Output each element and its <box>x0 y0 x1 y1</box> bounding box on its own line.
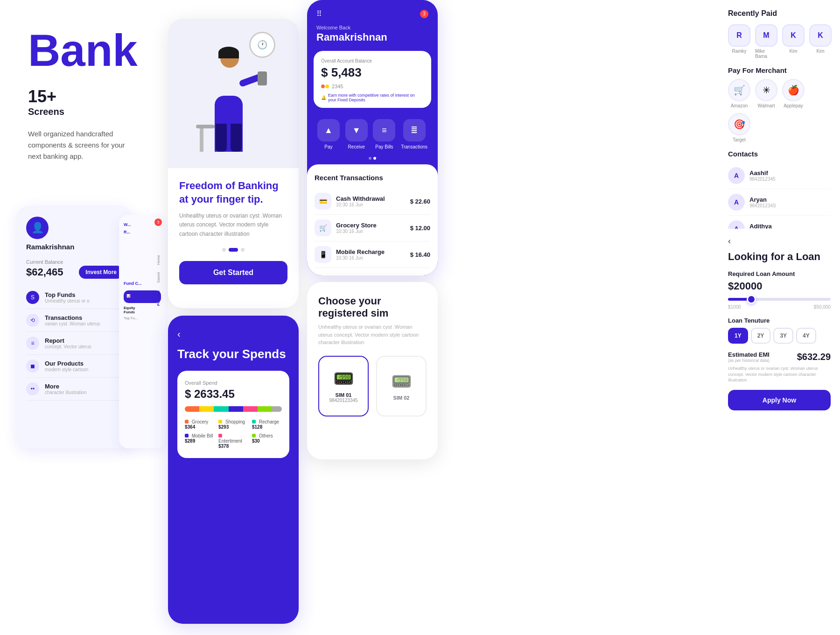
rpaid-avatar-k2: K <box>809 24 832 47</box>
transactions-icon: ≣ <box>403 119 426 141</box>
tab-home[interactable]: Home <box>155 252 162 268</box>
notification-badge[interactable]: 3 <box>420 10 428 18</box>
amazon-icon: 🛒 <box>728 79 750 101</box>
pay-merchant-title: Pay For Merchant <box>728 66 831 74</box>
menu-item-report[interactable]: ≡ Reportconcept. Vector uterus › <box>26 332 123 355</box>
transaction-cash-withdrawal[interactable]: 💳 Cash Withdrawal 10:30 16 Jun $ 22.60 <box>315 188 430 215</box>
sim-02-option[interactable]: 📟 SIM 02 <box>376 356 427 416</box>
back-button-loan[interactable]: ‹ <box>728 236 831 246</box>
contact-avatar-aashif: A <box>728 167 745 184</box>
emi-label: Estimated EMI <box>728 351 770 358</box>
receive-icon: ▼ <box>345 119 368 141</box>
spend-entertainment: Entertiment $378 <box>218 433 248 449</box>
pay-icon: ▲ <box>317 119 340 141</box>
rpaid-kim1[interactable]: K Kim <box>782 24 805 59</box>
contact-aashif[interactable]: A Aashif 9842012345 <box>728 162 831 189</box>
tenure-options: 1Y 2Y 3Y 4Y <box>728 328 831 344</box>
menu-item-products[interactable]: ◼ Our Productsmodern style cartoon › <box>26 355 123 378</box>
apply-loan-button[interactable]: Apply Now <box>728 390 831 410</box>
sim-description: Unhealthy uterus or ovarian cyst .Woman … <box>318 323 427 346</box>
trans-date-mobile: 10:30 16 Jun <box>336 255 385 261</box>
avatar: 👤 <box>26 217 49 239</box>
tab-portfolio[interactable]: Portfolio <box>155 288 162 309</box>
contact-avatar-aryan: A <box>728 194 745 211</box>
spend-bar <box>185 406 282 412</box>
loan-slider[interactable] <box>728 298 831 301</box>
transaction-mobile[interactable]: 📱 Mobile Recharge 10:30 16 Jun $ 16.40 <box>315 241 430 268</box>
dot-3 <box>241 248 245 252</box>
emi-amount: $632.29 <box>797 352 831 362</box>
portfolio-mini-card: 3 W... R... Home Saved Portfolio Fund C.… <box>119 215 166 448</box>
action-buttons-row: ▲ Pay ▼ Receive ≡ Pay Bills ≣ Transactio… <box>307 114 438 157</box>
emi-row: Estimated EMI (as per historical data) $… <box>728 351 831 363</box>
tab-saved[interactable]: Saved <box>155 269 162 286</box>
invest-more-button[interactable]: Invest More <box>79 266 123 279</box>
merchant-walmart[interactable]: ✳ Walmart <box>755 79 777 108</box>
track-spends-screen: ‹ Track your Spends Overall Spend $ 2633… <box>168 316 299 624</box>
tenure-1y[interactable]: 1Y <box>728 328 748 344</box>
tenure-3y[interactable]: 3Y <box>773 328 793 344</box>
sim-title: Choose your registered sim <box>318 295 427 319</box>
spend-others: Others $30 <box>252 433 282 449</box>
grocery-icon: 🛒 <box>315 219 331 236</box>
overall-amount: $ 2633.45 <box>185 388 282 401</box>
more-icon: •• <box>26 382 39 395</box>
action-transactions[interactable]: ≣ Transactions <box>401 119 427 149</box>
action-receive[interactable]: ▼ Receive <box>345 119 368 149</box>
merchant-amazon[interactable]: 🛒 Amazon <box>728 79 750 108</box>
menu-item-more[interactable]: •• Morecharacter illustration › <box>26 378 123 401</box>
tenure-4y[interactable]: 4Y <box>796 328 816 344</box>
tenure-2y[interactable]: 2Y <box>751 328 771 344</box>
back-button-track[interactable]: ‹ <box>177 329 289 339</box>
sim-01-option[interactable]: 📟 SIM 01 98420123345 <box>318 356 369 416</box>
target-label: Target <box>733 137 746 142</box>
trans-amount-grocery: $ 12.00 <box>410 225 430 232</box>
notification-badge: 3 <box>154 219 162 226</box>
balance-card: Overall Account Balance $ 5,483 2345 🔔 E… <box>314 51 431 108</box>
transactions-icon: ⟲ <box>26 314 39 327</box>
slider-fill <box>728 298 749 301</box>
spend-grocery: Grocery $364 <box>185 419 215 430</box>
loan-max-label: $50,000 <box>814 304 831 310</box>
recent-transactions-title: Recent Transactions <box>315 174 430 182</box>
menu-item-transactions[interactable]: ⟲ Transactionsvarian cyst .Woman uterus … <box>26 309 123 332</box>
action-paybills[interactable]: ≡ Pay Bills <box>373 119 395 149</box>
rpaid-name-ramky: Ramky <box>732 49 746 54</box>
loan-note: Unhealthy uterus or ovarian cyst .Woman … <box>728 366 831 383</box>
merchant-applepay[interactable]: 🍎 Applepay <box>782 79 805 108</box>
sidebar-username: Ramakrishnan <box>26 243 123 251</box>
rpaid-mike[interactable]: M Mike Bama <box>755 24 777 59</box>
get-started-button[interactable]: Get Started <box>179 261 287 284</box>
card2-r-label: R... <box>124 230 161 234</box>
contact-aryan[interactable]: A Aryan 984201234S <box>728 189 831 216</box>
action-pay[interactable]: ▲ Pay <box>317 119 340 149</box>
walmart-label: Walmart <box>758 103 775 108</box>
contact-name-aashif: Aashif <box>749 169 776 176</box>
trans-date-cash: 10:30 16 Jun <box>336 202 385 207</box>
rpaid-ramky[interactable]: R Ramky <box>728 24 750 59</box>
target-icon: 🎯 <box>728 113 750 135</box>
track-title: Track your Spends <box>177 347 289 361</box>
merchant-target[interactable]: 🎯 Target <box>728 113 750 142</box>
balance-amount: $ 5,483 <box>321 65 424 80</box>
trans-name-mobile: Mobile Recharge <box>336 248 385 255</box>
loan-range-labels: $1000 $50,000 <box>728 304 831 310</box>
rpaid-avatar-r: R <box>728 24 750 47</box>
transaction-grocery[interactable]: 🛒 Grocery Store 10:30 16 Jun $ 12.00 <box>315 215 430 241</box>
menu-label-more: More <box>45 383 86 390</box>
loan-title: Looking for a Loan <box>728 251 831 263</box>
welcome-text: Welcome Back <box>307 25 438 30</box>
spend-shopping: Shopping $293 <box>218 419 248 430</box>
onboarding-image-area: 🕐 <box>168 19 299 168</box>
sim-selection-screen: Choose your registered sim Unhealthy ute… <box>307 282 438 459</box>
rpaid-kim2[interactable]: K Kim <box>809 24 832 59</box>
rpaid-avatar-k1: K <box>782 24 805 47</box>
grid-dots-icon: ⠿ <box>316 9 323 18</box>
transactions-label: Transactions <box>401 144 427 149</box>
screens-label: Screens <box>28 106 131 117</box>
menu-item-topfunds[interactable]: S Top FundsUnhealthy uterus or o › <box>26 286 123 309</box>
paybills-icon: ≡ <box>373 119 395 141</box>
contact-phone-aryan: 984201234S <box>749 203 776 208</box>
products-icon: ◼ <box>26 360 39 373</box>
pay-label: Pay <box>324 144 332 149</box>
